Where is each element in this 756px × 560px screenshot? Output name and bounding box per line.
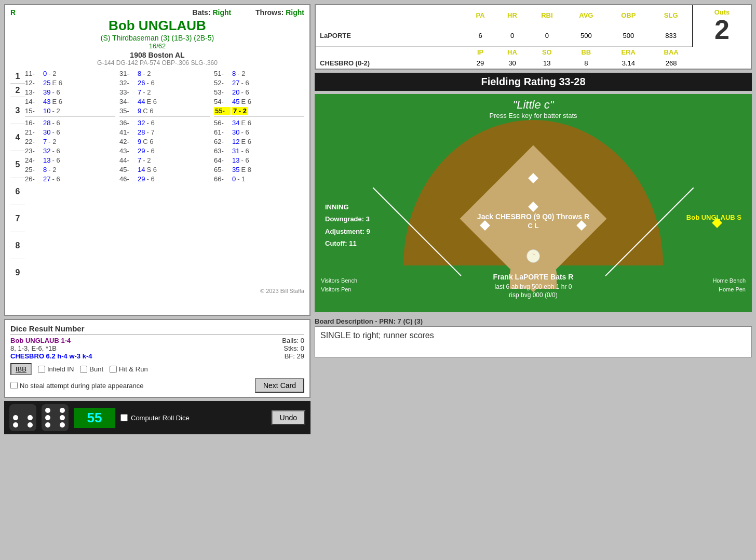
result-36: 36- 32 - 6: [119, 118, 210, 127]
result-21: 21- 30 - 6: [25, 127, 115, 137]
player-name: Bob UNGLAUB: [10, 18, 304, 34]
sb-avg-header: AVG: [565, 5, 607, 25]
hit-run-label[interactable]: Hit & Run: [110, 365, 148, 373]
sb-pitcher-bb: 8: [565, 58, 607, 69]
undo-button[interactable]: Undo: [272, 410, 305, 425]
next-card-button[interactable]: Next Card: [255, 378, 304, 393]
copyright: © 2023 Bill Staffa: [10, 288, 304, 294]
row-label-2: 2: [10, 83, 25, 97]
batter-full-name: Frank LaPORTE Bats R: [493, 273, 574, 281]
left-panel: R Bats: Right Throws: Right Bob UNGLAUB …: [4, 4, 310, 434]
infield-in-checkbox[interactable]: [38, 366, 45, 373]
sb-batter-hr: 0: [496, 25, 529, 46]
result-12: 12- 25E 6: [25, 78, 115, 87]
sb-ha-header: HA: [496, 46, 529, 58]
scoreboard-pitcher-header-row: IP HA SO BB ERA BAA: [316, 46, 751, 58]
player-number: 16/62: [10, 42, 304, 50]
dice-result-area: Dice Result Number Bob UNGLAUB 1-4 8, 1-…: [4, 319, 310, 398]
die-2: [42, 404, 69, 431]
computer-roll: Computer Roll Dice: [120, 414, 190, 422]
sb-pitcher-so: 13: [529, 58, 565, 69]
sb-pitcher-name: CHESBRO (0-2): [316, 58, 465, 69]
result-56: 56- 34E 6: [214, 118, 304, 127]
infield-in-text: Infield IN: [47, 365, 74, 373]
sb-hr-header: HR: [496, 5, 529, 25]
hit-run-checkbox[interactable]: [110, 366, 117, 373]
result-42: 42- 9C 6: [119, 137, 210, 146]
sb-pitcher-baa: 268: [650, 58, 692, 69]
cutoff: Cutoff: 11: [325, 237, 370, 249]
result-43: 43- 29 - 6: [119, 146, 210, 155]
result-51: 51- 8 - 2: [214, 69, 304, 78]
sb-outs-cell: Outs 2: [693, 5, 751, 46]
bunt-checkbox[interactable]: [80, 366, 87, 373]
dice-pitcher: CHESBRO 6.2 h-4 w-3 k-4: [10, 352, 263, 360]
buttons-row: IBB Infield IN Bunt Hit & Run: [10, 363, 304, 375]
col1: 11- 0 - 2 12- 25E 6 13- 39 - 6 14- 43E 6…: [25, 69, 115, 183]
press-esc-text: Press Esc key for batter stats: [315, 112, 752, 119]
result-64: 64- 13 - 6: [214, 155, 304, 165]
result-53: 53- 20 - 6: [214, 87, 304, 97]
bunt-label[interactable]: Bunt: [80, 365, 103, 373]
row-label-r: R: [10, 8, 16, 17]
col2: 31- 8 - 2 32- 26 - 6 33- 7 - 2 34- 44E 6…: [119, 69, 210, 183]
result-33: 33- 7 - 2: [119, 87, 210, 97]
scoreboard: PA HR RBI AVG OBP SLG Outs 2 LaPORTE 6 0…: [315, 4, 752, 70]
player-card: R Bats: Right Throws: Right Bob UNGLAUB …: [4, 4, 310, 316]
ibb-button[interactable]: IBB: [10, 363, 32, 375]
row-label-1: 1: [10, 70, 25, 83]
results-grid: 11- 0 - 2 12- 25E 6 13- 39 - 6 14- 43E 6…: [25, 69, 304, 183]
adjustment: Adjustment: 9: [325, 225, 370, 237]
little-c-text: "Little c": [315, 94, 752, 112]
fielding-title: Fielding Rating 33-28: [315, 73, 752, 91]
pitcher-pos-field: C L: [528, 222, 539, 230]
no-steal-checkbox[interactable]: [10, 382, 18, 389]
die-1: [9, 404, 36, 431]
sb-bb-header: BB: [565, 46, 607, 58]
result-45: 45- 14S 6: [119, 165, 210, 174]
no-steal-text: No steal attempt during plate appearance: [20, 382, 144, 390]
sb-rbi-header: RBI: [529, 5, 565, 25]
sb-batter-avg: 500: [565, 25, 607, 46]
card-header: R Bats: Right Throws: Right: [10, 8, 304, 17]
results-columns: 11- 0 - 2 12- 25E 6 13- 39 - 6 14- 43E 6…: [25, 69, 304, 286]
board-desc-label: Board Description - PRN: 7 (C) (3): [315, 316, 752, 326]
player-position: (S) Thirdbaseman (3) (1B-3) (2B-5): [10, 34, 304, 42]
unglaub-label: Bob UNGLAUB S: [686, 214, 741, 221]
bf-display: BF: 29: [263, 352, 304, 360]
sb-batter-obp: 500: [607, 25, 650, 46]
result-44: 44- 7 - 2: [119, 155, 210, 165]
visitors-bench-label: Visitors Bench: [321, 277, 357, 284]
results-area: 1 2 3 4 5 6 7 8 9 11- 0 - 2 12- 25E 6 13…: [10, 69, 304, 286]
field-area: "Little c" Press Esc key for batter stat…: [315, 94, 752, 312]
downgrade: Downgrade: 3: [325, 213, 370, 225]
no-steal-row: No steal attempt during plate appearance…: [10, 378, 304, 393]
right-panel: PA HR RBI AVG OBP SLG Outs 2 LaPORTE 6 0…: [315, 4, 752, 358]
sb-obp-header: OBP: [607, 5, 650, 25]
batter-stats-field: last 6 ab bvg 500 ebh 1 hr 0: [495, 283, 572, 290]
result-41: 41- 28 - 7: [119, 127, 210, 137]
result-11: 11- 0 - 2: [25, 69, 115, 78]
board-desc-text: SINGLE to right; runner scores: [315, 326, 752, 357]
infield-in-label[interactable]: Infield IN: [38, 365, 74, 373]
result-62: 62- 12E 6: [214, 137, 304, 146]
home-pen-label: Home Pen: [719, 286, 746, 292]
dice-player: Bob UNGLAUB 1-4: [10, 337, 263, 344]
row-label-3: 3: [10, 97, 25, 124]
result-31: 31- 8 - 2: [119, 69, 210, 78]
result-23: 23- 32 - 6: [25, 146, 115, 155]
result-22: 22- 7 - 2: [25, 137, 115, 146]
row-label-7: 7: [10, 205, 25, 232]
computer-roll-checkbox[interactable]: [120, 414, 128, 421]
sb-baa-header: BAA: [650, 46, 692, 58]
sb-pitcher-name-header: [316, 46, 465, 58]
batter-risp: risp bvg 000 (0/0): [509, 291, 557, 299]
result-13: 13- 39 - 6: [25, 87, 115, 97]
sb-pitcher-ha: 30: [496, 58, 529, 69]
result-61: 61- 30 - 6: [214, 127, 304, 137]
result-46: 46- 29 - 6: [119, 174, 210, 183]
sb-batter-pa: 6: [465, 25, 496, 46]
no-steal-label[interactable]: No steal attempt during plate appearance: [10, 382, 144, 390]
row-label-5: 5: [10, 151, 25, 178]
result-65: 65- 35E 8: [214, 165, 304, 174]
